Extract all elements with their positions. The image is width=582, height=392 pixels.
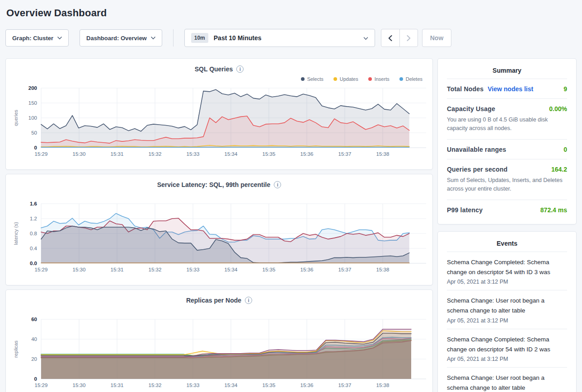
x-tick-label: 15:31 [111, 267, 124, 272]
x-tick-label: 15:32 [149, 267, 162, 272]
x-tick-label: 15:31 [111, 151, 124, 157]
x-tick-label: 15:29 [35, 383, 48, 388]
event-item[interactable]: Schema Change: User root began a schema … [447, 367, 567, 392]
summary-panel: Summary Total Nodes View nodes list 9 Ca… [437, 58, 577, 224]
event-item[interactable]: Schema Change Completed: Schema change o… [447, 329, 567, 368]
events-title: Events [447, 238, 567, 252]
time-range-picker[interactable]: 10m Past 10 Minutes [184, 29, 375, 47]
y-axis-title: replicas [13, 341, 19, 358]
now-button[interactable]: Now [422, 29, 452, 47]
summary-row-qps: Queries per second 164.2 Sum of Selects,… [447, 159, 567, 200]
y-axis-title: queries [13, 109, 19, 126]
capacity-usage-desc: You are using 0 B of 4.5 GiB usable disk… [447, 116, 567, 133]
time-back-button[interactable] [381, 29, 399, 47]
x-tick-label: 15:35 [263, 267, 276, 272]
legend-label: Inserts [375, 76, 390, 82]
legend-label: Updates [340, 76, 358, 82]
x-tick-label: 15:29 [35, 151, 48, 157]
x-tick-label: 15:37 [338, 383, 352, 388]
replicas-per-node-chart[interactable]: 020406015:2915:3015:3115:3215:3315:3415:… [11, 315, 427, 392]
x-tick-label: 15:38 [376, 383, 390, 388]
time-forward-button[interactable] [399, 29, 418, 47]
service-latency-panel: Service Latency: SQL, 99th percentile i … [5, 174, 433, 285]
x-tick-label: 15:35 [263, 151, 276, 157]
chart-title: Service Latency: SQL, 99th percentile [157, 181, 271, 188]
time-range-badge: 10m [191, 33, 208, 43]
legend-item-deletes[interactable]: Deletes [399, 76, 422, 82]
sql-queries-chart[interactable]: 05010015020015:2915:3015:3115:3215:3315:… [11, 84, 427, 166]
unavailable-ranges-value: 0 [563, 146, 567, 153]
events-panel: Events Schema Change Completed: Schema c… [437, 231, 577, 392]
x-tick-label: 15:38 [376, 267, 390, 272]
y-tick-label: 150 [28, 100, 37, 106]
x-tick-label: 15:35 [263, 383, 276, 388]
x-tick-label: 15:30 [73, 383, 86, 388]
chart-title: SQL Queries [195, 65, 233, 73]
x-tick-label: 15:38 [376, 151, 390, 157]
x-tick-label: 15:33 [187, 383, 200, 388]
x-tick-label: 15:30 [73, 267, 86, 272]
legend-label: Deletes [406, 76, 422, 82]
graph-dropdown[interactable]: Graph: Cluster [5, 29, 69, 47]
chart-canvas[interactable]: 05010015020015:2915:3015:3115:3215:3315:… [11, 84, 427, 164]
chevron-down-icon [57, 37, 62, 40]
info-icon[interactable]: i [236, 65, 244, 73]
legend-dot-icon [399, 77, 403, 81]
chart-title: Replicas per Node [186, 297, 241, 304]
chart-canvas[interactable]: 020406015:2915:3015:3115:3215:3315:3415:… [11, 315, 427, 392]
event-item[interactable]: Schema Change Completed: Schema change o… [447, 252, 567, 290]
x-tick-label: 15:30 [73, 151, 86, 157]
total-nodes-value: 9 [563, 85, 567, 93]
x-tick-label: 15:37 [338, 267, 352, 272]
info-icon[interactable]: i [245, 297, 252, 304]
y-tick-label: 20 [31, 356, 37, 362]
legend-item-inserts[interactable]: Inserts [368, 76, 390, 82]
chart-legend: SelectsUpdatesInsertsDeletes [11, 75, 422, 83]
y-tick-label: 1.6 [30, 201, 37, 206]
sidebar: Summary Total Nodes View nodes list 9 Ca… [437, 58, 577, 392]
info-icon[interactable]: i [274, 181, 281, 188]
event-item[interactable]: Schema Change: User root began a schema … [447, 290, 567, 329]
qps-value: 164.2 [551, 166, 567, 173]
chart-canvas[interactable]: 0.00.40.81.21.615:2915:3015:3115:3215:33… [11, 199, 427, 280]
sql-queries-panel: SQL Queries i SelectsUpdatesInsertsDelet… [5, 58, 433, 170]
y-tick-label: 0.4 [30, 246, 38, 251]
p99-latency-value: 872.4 ms [540, 206, 567, 214]
chevron-left-icon [388, 35, 392, 41]
legend-item-selects[interactable]: Selects [301, 76, 324, 82]
dashboard-dropdown[interactable]: Dashboard: Overview [80, 29, 162, 47]
time-range-label: Past 10 Minutes [214, 34, 262, 42]
toolbar-divider [173, 29, 174, 47]
x-tick-label: 15:33 [187, 151, 200, 157]
legend-item-updates[interactable]: Updates [333, 76, 358, 82]
x-tick-label: 15:34 [225, 151, 238, 157]
graph-dropdown-text: Graph: Cluster [12, 35, 53, 42]
y-tick-label: 60 [31, 317, 37, 322]
x-tick-label: 15:32 [149, 151, 162, 157]
time-nav-group [381, 29, 418, 47]
x-tick-label: 15:36 [300, 151, 314, 157]
qps-desc: Sum of Selects, Updates, Inserts, and De… [447, 176, 567, 194]
service-latency-chart[interactable]: 0.00.40.81.21.615:2915:3015:3115:3215:33… [11, 199, 427, 281]
charts-column: SQL Queries i SelectsUpdatesInsertsDelet… [5, 58, 433, 392]
x-tick-label: 15:29 [35, 267, 48, 272]
view-nodes-list-link[interactable]: View nodes list [488, 85, 533, 93]
y-tick-label: 0 [34, 376, 37, 382]
summary-row-total-nodes: Total Nodes View nodes list 9 [447, 79, 567, 98]
y-tick-label: 40 [31, 336, 37, 342]
legend-dot-icon [301, 77, 305, 81]
y-tick-label: 50 [31, 130, 37, 135]
summary-title: Summary [447, 65, 567, 79]
x-tick-label: 15:36 [300, 267, 314, 272]
y-tick-label: 0.8 [30, 231, 37, 236]
legend-dot-icon [333, 77, 337, 81]
legend-dot-icon [368, 77, 372, 81]
y-tick-label: 100 [28, 115, 37, 121]
x-tick-label: 15:34 [225, 267, 238, 272]
chevron-right-icon [407, 35, 411, 41]
y-tick-label: 1.2 [30, 216, 37, 221]
y-tick-label: 0 [34, 145, 37, 150]
y-axis-title: latency (s) [13, 222, 19, 245]
page-title: Overview Dashboard [5, 5, 577, 19]
toolbar: Graph: Cluster Dashboard: Overview 10m P… [5, 29, 577, 47]
